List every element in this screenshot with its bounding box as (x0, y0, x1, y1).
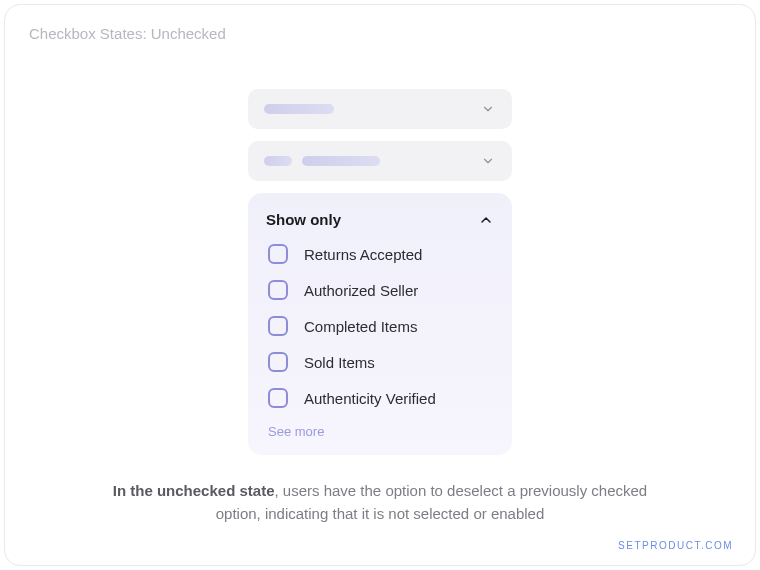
chevron-down-icon (480, 101, 496, 117)
dropdown-stack: Show only Returns Accepted Authorized Se… (248, 89, 512, 455)
option-sold-items[interactable]: Sold Items (268, 352, 494, 372)
chevron-down-icon (480, 153, 496, 169)
checkbox-unchecked-icon[interactable] (268, 244, 288, 264)
checkbox-unchecked-icon[interactable] (268, 388, 288, 408)
placeholder-group (264, 104, 334, 114)
caption-bold: In the unchecked state (113, 482, 275, 499)
see-more-link[interactable]: See more (266, 424, 494, 439)
caption-rest: , users have the option to deselect a pr… (216, 482, 648, 522)
watermark: SETPRODUCT.COM (618, 540, 733, 551)
card-frame: Checkbox States: Unchecked Show only (4, 4, 756, 566)
checkbox-unchecked-icon[interactable] (268, 352, 288, 372)
option-label: Authorized Seller (304, 282, 418, 299)
checkbox-unchecked-icon[interactable] (268, 316, 288, 336)
option-label: Completed Items (304, 318, 417, 335)
checkbox-unchecked-icon[interactable] (268, 280, 288, 300)
collapsed-dropdown-2[interactable] (248, 141, 512, 181)
option-authorized-seller[interactable]: Authorized Seller (268, 280, 494, 300)
option-label: Returns Accepted (304, 246, 422, 263)
placeholder-group (264, 156, 380, 166)
placeholder-bar (264, 104, 334, 114)
page-title: Checkbox States: Unchecked (29, 25, 226, 42)
panel-title: Show only (266, 211, 341, 228)
options-list: Returns Accepted Authorized Seller Compl… (266, 244, 494, 408)
option-authenticity-verified[interactable]: Authenticity Verified (268, 388, 494, 408)
option-completed-items[interactable]: Completed Items (268, 316, 494, 336)
option-returns-accepted[interactable]: Returns Accepted (268, 244, 494, 264)
option-label: Sold Items (304, 354, 375, 371)
option-label: Authenticity Verified (304, 390, 436, 407)
filter-panel: Show only Returns Accepted Authorized Se… (248, 193, 512, 455)
placeholder-bar (264, 156, 292, 166)
collapsed-dropdown-1[interactable] (248, 89, 512, 129)
placeholder-bar (302, 156, 380, 166)
chevron-up-icon (478, 212, 494, 228)
caption-text: In the unchecked state, users have the o… (100, 479, 660, 526)
panel-header[interactable]: Show only (266, 211, 494, 228)
